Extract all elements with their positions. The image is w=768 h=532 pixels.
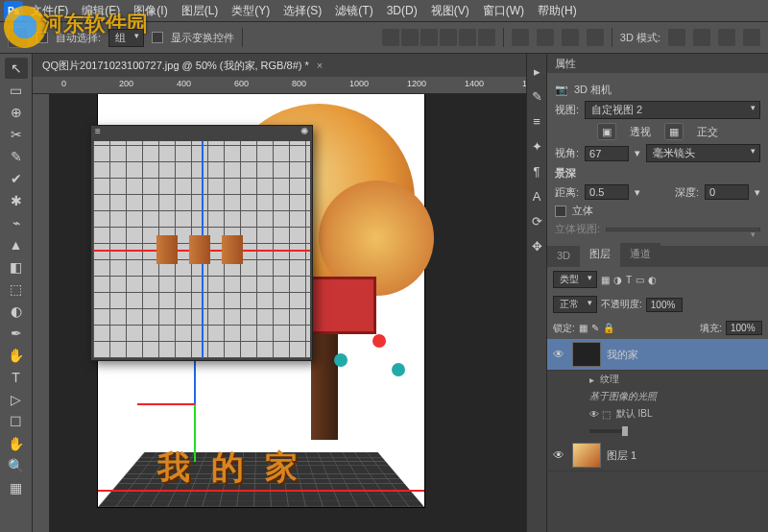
align-icon[interactable] xyxy=(382,29,399,46)
expand-icon[interactable]: ▸ xyxy=(529,63,544,79)
filter-smart-icon[interactable]: ◐ xyxy=(648,275,657,285)
brush-panel-icon[interactable]: ✎ xyxy=(529,88,544,104)
filter-pixel-icon[interactable]: ▦ xyxy=(601,275,610,285)
path-tool[interactable]: ▷ xyxy=(5,389,28,410)
distribute-icon[interactable] xyxy=(562,29,579,46)
ortho-icon[interactable]: ▦ xyxy=(664,123,684,140)
nav-icon[interactable]: ✥ xyxy=(529,238,544,254)
menu-file[interactable]: 文件(F) xyxy=(25,1,74,21)
brush-tool[interactable]: ✱ xyxy=(5,190,28,211)
align-icon[interactable] xyxy=(440,29,457,46)
panel-light-icon[interactable]: ✺ xyxy=(300,126,308,139)
perspective-icon[interactable]: ▣ xyxy=(597,123,616,140)
gradient-tool[interactable]: ⬚ xyxy=(5,278,28,300)
color-swatch[interactable]: ▦ xyxy=(5,477,28,498)
zoom-tool[interactable]: 🔍 xyxy=(5,455,28,476)
layer-slider[interactable] xyxy=(547,423,768,440)
align-icon[interactable] xyxy=(459,29,476,46)
menu-help[interactable]: 帮助(H) xyxy=(532,1,583,21)
filter-type-icon[interactable]: T xyxy=(626,275,632,285)
secondary-view-panel[interactable]: ≡ ✺ xyxy=(90,125,313,361)
tab-3d[interactable]: 3D xyxy=(547,246,580,267)
align-icon[interactable] xyxy=(478,29,495,46)
layer-row[interactable]: 👁 我的家 xyxy=(547,339,768,371)
lens-dropdown[interactable]: 毫米镜头 xyxy=(646,144,760,162)
lasso-tool[interactable]: ⊕ xyxy=(5,102,28,123)
auto-select-checkbox[interactable] xyxy=(36,32,48,43)
marquee-tool[interactable]: ▭ xyxy=(5,80,28,101)
3d-scale-icon[interactable] xyxy=(743,29,760,46)
brush-presets-icon[interactable]: ≡ xyxy=(529,113,544,129)
3d-text[interactable]: 我的家 xyxy=(157,446,319,490)
menu-window[interactable]: 窗口(W) xyxy=(477,1,530,21)
lock-position-icon[interactable]: ✎ xyxy=(591,323,599,333)
stamp-tool[interactable]: ⌁ xyxy=(5,212,28,233)
lock-pixels-icon[interactable]: ▦ xyxy=(579,323,588,333)
eyedropper-tool[interactable]: ✎ xyxy=(5,146,28,167)
menu-view[interactable]: 视图(V) xyxy=(425,1,475,21)
show-transform-checkbox[interactable] xyxy=(152,32,163,43)
ruler-horizontal[interactable]: 0 200 400 600 800 1000 1200 1400 1600 xyxy=(33,77,526,94)
3d-axis-widget[interactable] xyxy=(136,361,252,447)
blend-mode-dropdown[interactable]: 正常 xyxy=(553,296,597,313)
menu-edit[interactable]: 编辑(E) xyxy=(76,1,126,21)
move-tool-icon[interactable] xyxy=(8,27,29,48)
visibility-icon[interactable]: 👁 xyxy=(553,448,566,462)
3d-overview-grid[interactable] xyxy=(93,141,310,358)
auto-select-dropdown[interactable]: 组 xyxy=(108,29,144,47)
filter-type-dropdown[interactable]: 类型 xyxy=(553,271,597,288)
tab-channels[interactable]: 通道 xyxy=(620,243,660,267)
document-tab[interactable]: QQ图片20171023100727.jpg @ 50% (我的家, RGB/8… xyxy=(33,54,526,77)
crop-tool[interactable]: ✂ xyxy=(5,124,28,145)
refresh-icon[interactable]: ⟳ xyxy=(529,213,544,229)
layer-sub[interactable]: ▸ 纹理 xyxy=(547,371,768,388)
blur-tool[interactable]: ◐ xyxy=(5,301,28,322)
character-icon[interactable]: A xyxy=(529,188,544,204)
type-tool[interactable]: T xyxy=(5,367,28,388)
3d-slide-icon[interactable] xyxy=(718,29,735,46)
depth-input[interactable]: 0 xyxy=(705,184,749,200)
layer-thumbnail[interactable] xyxy=(572,342,601,367)
distance-input[interactable]: 0.5 xyxy=(585,184,629,200)
history-brush-tool[interactable]: ▲ xyxy=(5,234,28,255)
healing-tool[interactable]: ✔ xyxy=(5,168,28,189)
menu-select[interactable]: 选择(S) xyxy=(277,1,327,21)
fov-input[interactable]: 67 xyxy=(585,146,629,161)
view-dropdown[interactable]: 自定视图 2 xyxy=(585,101,760,119)
distribute-icon[interactable] xyxy=(587,29,604,46)
lock-all-icon[interactable]: 🔒 xyxy=(603,323,614,333)
pen-tool[interactable]: ✋ xyxy=(5,345,28,366)
hand-tool[interactable]: ✋ xyxy=(5,433,28,454)
menu-filter[interactable]: 滤镜(T) xyxy=(329,1,378,21)
menu-layer[interactable]: 图层(L) xyxy=(176,1,225,21)
menu-image[interactable]: 图像(I) xyxy=(128,1,173,21)
visibility-icon[interactable]: 👁 xyxy=(553,348,566,361)
move-tool[interactable]: ↖ xyxy=(5,58,28,79)
layer-name[interactable]: 我的家 xyxy=(607,348,638,362)
tab-layers[interactable]: 图层 xyxy=(580,243,620,267)
paragraph-icon[interactable]: ¶ xyxy=(529,163,544,179)
clone-source-icon[interactable]: ✦ xyxy=(529,138,544,154)
align-icon[interactable] xyxy=(420,29,438,46)
distribute-icon[interactable] xyxy=(537,29,554,46)
filter-adjust-icon[interactable]: ◑ xyxy=(613,275,622,285)
stereo-checkbox[interactable] xyxy=(555,206,566,217)
fill-input[interactable]: 100% xyxy=(726,321,762,335)
shape-tool[interactable]: ☐ xyxy=(5,411,28,432)
distribute-icon[interactable] xyxy=(512,29,529,46)
close-tab-icon[interactable]: × xyxy=(317,60,323,71)
layer-name[interactable]: 图层 1 xyxy=(607,448,636,463)
menu-3d[interactable]: 3D(D) xyxy=(381,2,423,19)
layer-row[interactable]: 👁 图层 1 xyxy=(547,440,768,472)
dodge-tool[interactable]: ✒ xyxy=(5,323,28,344)
layer-sub[interactable]: 👁 ⬚ 默认 IBL xyxy=(547,405,768,423)
properties-tab[interactable]: 属性 xyxy=(547,54,768,73)
layer-thumbnail[interactable] xyxy=(572,443,601,468)
3d-pan-icon[interactable] xyxy=(693,29,710,46)
eraser-tool[interactable]: ◧ xyxy=(5,256,28,278)
ruler-vertical[interactable] xyxy=(33,94,50,532)
align-icon[interactable] xyxy=(401,29,419,46)
guide-line[interactable] xyxy=(98,490,424,492)
menu-type[interactable]: 类型(Y) xyxy=(226,1,276,21)
panel-menu-icon[interactable]: ≡ xyxy=(95,126,101,139)
